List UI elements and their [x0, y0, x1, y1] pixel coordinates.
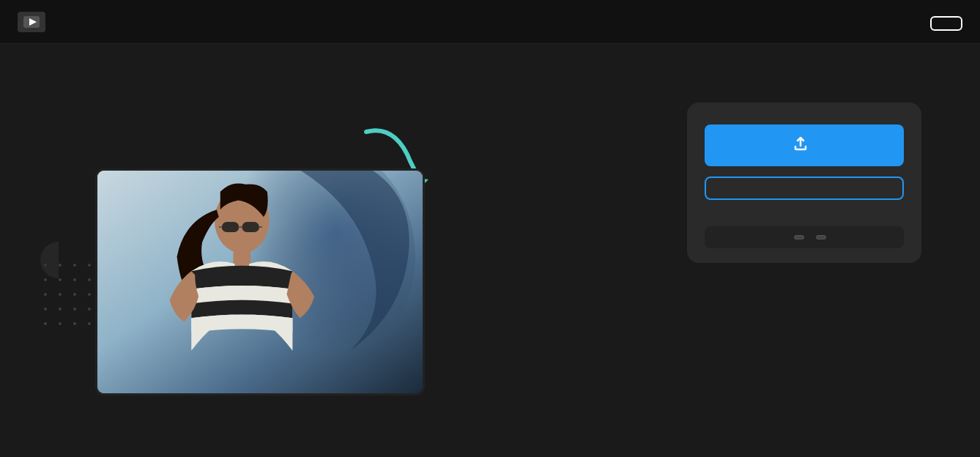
logo[interactable]: [18, 12, 53, 32]
svg-rect-7: [242, 222, 259, 232]
upload-panel: [687, 103, 921, 263]
upload-clip-button[interactable]: [705, 125, 904, 166]
paste-area: [705, 226, 904, 248]
nav-right: [930, 13, 962, 31]
navbar: [0, 0, 980, 44]
svg-rect-6: [222, 222, 240, 232]
logo-icon: [18, 12, 45, 32]
v-key: [816, 235, 826, 239]
main-content: const dg = document.querySelector('.dot-…: [0, 44, 980, 457]
search-gif-button[interactable]: [705, 177, 904, 200]
upload-icon: [793, 136, 808, 155]
video-preview-inner: [97, 171, 423, 393]
video-preview: [95, 168, 425, 395]
ctrl-key: [794, 235, 804, 239]
login-button[interactable]: [930, 16, 962, 31]
